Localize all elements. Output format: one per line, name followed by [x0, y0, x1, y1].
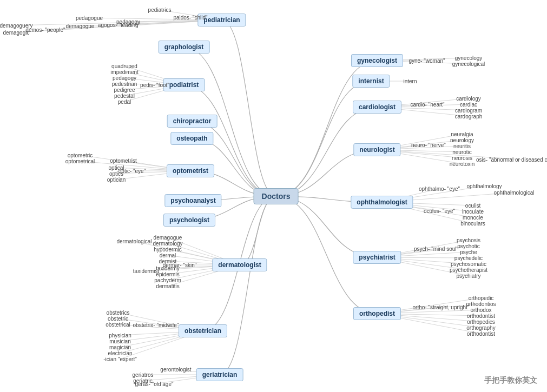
branch-neurologist: neurologist: [353, 143, 400, 156]
sub-node: osis- "abnormal or diseased condition": [474, 156, 547, 163]
sub-node: optician: [106, 176, 127, 183]
sub-node: agogos- "leading": [96, 22, 142, 29]
sub-node: dermatitis: [154, 283, 181, 290]
mindmap-container: Doctors手把手教你英文pediatricianpediatricspald…: [0, 0, 547, 392]
sub-node: demagogic: [2, 29, 31, 36]
sub-node: ortho- "straight, upright": [411, 304, 471, 311]
sub-node: oculus- "eye": [422, 208, 457, 215]
sub-node: obstetrix- "midwife": [131, 322, 181, 329]
sub-node: paldos- "child": [172, 14, 209, 21]
branch-geriatrician: geriatrician: [196, 368, 243, 381]
branch-chiropractor: chiropractor: [167, 115, 218, 128]
branch-gynecologist: gynecologist: [351, 54, 403, 67]
branch-cardiologist: cardiologist: [353, 101, 401, 114]
sub-node: dermatological: [115, 238, 153, 245]
sub-node: pediatrics: [147, 6, 173, 14]
sub-node: dermist: [157, 258, 179, 265]
sub-node: intern: [401, 78, 418, 85]
branch-graphologist: graphologist: [159, 41, 210, 54]
sub-node: binoculars: [459, 220, 487, 227]
sub-node: cardograph: [453, 113, 484, 120]
sub-node: gynecological: [451, 61, 487, 68]
sub-node: gyne- "woman": [407, 57, 446, 64]
sub-node: psychiatry: [454, 273, 482, 280]
sub-node: pedis- "foot": [139, 82, 171, 89]
sub-node: neuro- "nerve": [410, 142, 447, 149]
branch-osteopath: osteopath: [170, 132, 213, 145]
sub-node: obstetrical: [104, 321, 132, 328]
sub-node: geras- "old age": [133, 381, 175, 388]
sub-node: pedal: [116, 98, 133, 105]
sub-node: neurotoxin: [448, 161, 477, 168]
sub-node: psych- "mind soul": [412, 245, 460, 253]
branch-dermatologist: dermatologist: [212, 258, 267, 271]
center-node: Doctors: [254, 188, 299, 204]
sub-node: ophthalmo- "eye": [417, 185, 462, 192]
sub-node: demagoguery: [0, 22, 35, 29]
sub-node: ophthalmological: [492, 189, 536, 196]
watermark: 手把手教你英文: [484, 376, 537, 386]
branch-internist: internist: [352, 75, 390, 88]
sub-node: orthodontist: [465, 330, 497, 337]
branch-psychoanalyst: psychoanalyst: [164, 194, 221, 207]
sub-node: optometrist: [108, 157, 138, 164]
branch-orthopedist: orthopedist: [353, 307, 401, 320]
branch-ophthalmologist: ophthalmologist: [351, 196, 413, 209]
sub-node: gerontologist: [159, 366, 193, 373]
branch-psychologist: psychologist: [163, 214, 215, 227]
sub-node: pedagogue: [74, 15, 104, 22]
sub-node: optometrical: [64, 158, 96, 165]
branch-obstetrician: obstetrician: [179, 324, 227, 337]
branch-psychiatrist: psychiatrist: [353, 251, 401, 264]
branch-optometrist: optometrist: [167, 164, 214, 177]
sub-node: -ician "expert": [102, 356, 139, 363]
sub-node: cardio- "heart": [408, 101, 446, 108]
sub-node: demagogue: [64, 23, 96, 30]
